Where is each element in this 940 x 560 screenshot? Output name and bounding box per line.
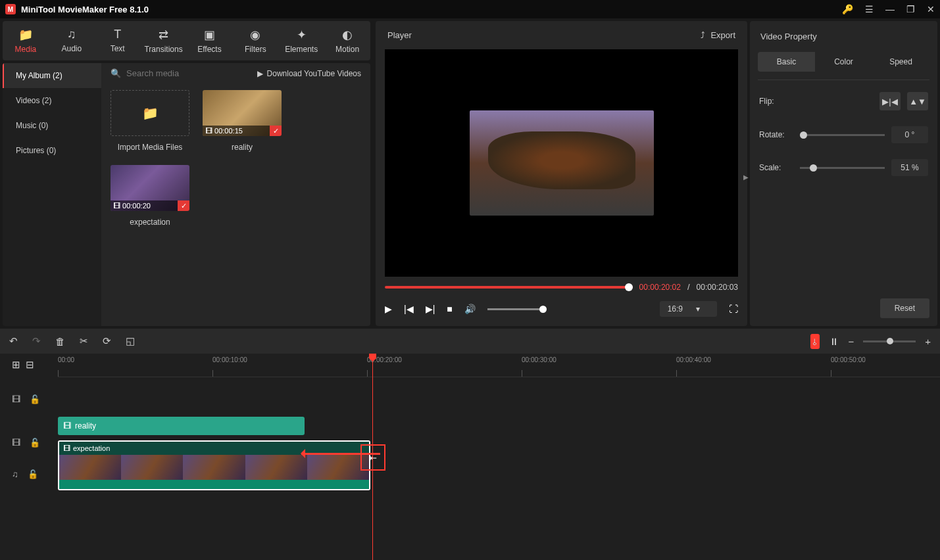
tab-media[interactable]: 📁Media: [3, 24, 49, 58]
tab-audio[interactable]: ♫Audio: [49, 24, 95, 58]
split-button[interactable]: ✂: [80, 335, 88, 347]
music-icon: ♫: [12, 469, 18, 479]
media-sidebar: My Album (2) Videos (2) Music (0) Pictur…: [3, 63, 101, 326]
folder-icon: 📁: [142, 105, 159, 121]
chevron-down-icon: ▾: [696, 304, 700, 314]
app-title: MiniTool MovieMaker Free 8.1.0: [21, 5, 842, 14]
titlebar: M MiniTool MovieMaker Free 8.1.0 🔑 ☰ — ❐…: [0, 0, 940, 18]
video-track-1-header: 🎞 🔓: [0, 377, 58, 421]
tab-text[interactable]: TText: [95, 24, 141, 58]
volume-slider[interactable]: [487, 308, 547, 310]
snap-button[interactable]: ⫰: [810, 334, 820, 349]
flip-vertical-button[interactable]: ▲▼: [907, 92, 928, 110]
lock-icon[interactable]: 🔓: [30, 394, 40, 404]
property-panel: ▶ Video Property Basic Color Speed Flip:…: [750, 21, 937, 326]
time-current: 00:00:20:02: [639, 283, 681, 292]
trim-handle[interactable]: ⇤: [360, 444, 385, 471]
import-media-button[interactable]: 📁 Import Media Files: [111, 90, 189, 152]
prev-frame-button[interactable]: |◀: [404, 304, 414, 314]
prop-tab-basic[interactable]: Basic: [758, 52, 815, 72]
lock-icon[interactable]: 🔓: [30, 438, 40, 448]
export-button[interactable]: ⤴ Export: [701, 30, 735, 40]
lock-icon[interactable]: 🔓: [28, 469, 38, 479]
tab-elements[interactable]: ✦Elements: [278, 24, 324, 58]
youtube-icon: ▶: [257, 69, 263, 78]
video-track-2-header: 🎞 🔓: [0, 421, 58, 464]
app-icon: M: [5, 4, 16, 14]
flip-horizontal-button[interactable]: ▶|◀: [879, 92, 901, 110]
tab-transitions[interactable]: ⇄Transitions: [141, 24, 187, 58]
timeline-ruler[interactable]: ⊞ ⊟ 00:00 00:00:10:00 00:00:20:00 00:00:…: [0, 354, 940, 377]
film-icon: 🎞: [113, 202, 120, 210]
audio-track-header: ♫ 🔓: [0, 464, 58, 484]
playhead[interactable]: [372, 354, 373, 560]
search-input[interactable]: [126, 68, 252, 78]
menu-icon[interactable]: ☰: [865, 4, 874, 14]
prop-tab-color[interactable]: Color: [815, 52, 872, 72]
export-icon: ⤴: [701, 30, 705, 40]
search-icon: 🔍: [111, 68, 121, 78]
film-icon: 🎞: [205, 127, 212, 135]
preview-frame: [470, 110, 654, 216]
player-panel: Player ⤴ Export 00:00:20:02 / 00:00:20:0…: [376, 21, 747, 326]
seek-bar[interactable]: [385, 286, 633, 289]
download-youtube-link[interactable]: ▶ Download YouTube Videos: [257, 69, 361, 78]
scale-slider[interactable]: [800, 167, 885, 169]
film-icon: 🎞: [63, 421, 71, 431]
sidebar-pictures[interactable]: Pictures (0): [3, 138, 101, 163]
add-track-button[interactable]: ⊞: [12, 359, 20, 371]
property-title: Video Property: [750, 21, 937, 48]
crop-button[interactable]: ◱: [126, 335, 135, 347]
speed-button[interactable]: ⟳: [103, 335, 111, 347]
film-icon: 🎞: [12, 394, 20, 404]
reset-button[interactable]: Reset: [880, 298, 929, 318]
check-icon: ✓: [178, 200, 189, 211]
undo-button[interactable]: ↶: [9, 335, 18, 347]
time-total: 00:00:20:03: [697, 283, 738, 292]
flip-label: Flip:: [759, 97, 793, 106]
rotate-label: Rotate:: [759, 130, 793, 139]
tab-effects[interactable]: ▣Effects: [187, 24, 233, 58]
minimize-icon[interactable]: —: [885, 4, 895, 14]
preview-area[interactable]: [385, 49, 738, 277]
rotate-slider[interactable]: [800, 134, 885, 136]
fullscreen-button[interactable]: ⛶: [729, 304, 738, 314]
sidebar-music[interactable]: Music (0): [3, 113, 101, 138]
next-frame-button[interactable]: ▶|: [426, 304, 435, 314]
delete-button[interactable]: 🗑: [55, 336, 65, 347]
stop-button[interactable]: ■: [447, 304, 452, 314]
close-icon[interactable]: ✕: [927, 4, 935, 14]
film-icon: 🎞: [63, 444, 70, 452]
tab-motion[interactable]: ◐Motion: [324, 24, 370, 58]
sidebar-videos[interactable]: Videos (2): [3, 88, 101, 113]
play-button[interactable]: ▶: [385, 304, 392, 314]
media-clip-reality[interactable]: 🎞 00:00:15✓ reality: [203, 90, 282, 152]
track-manager-button[interactable]: ⊟: [26, 359, 34, 371]
media-clip-expectation[interactable]: 🎞 00:00:20✓ expectation: [111, 165, 189, 227]
marker-button[interactable]: ⏸: [829, 336, 839, 347]
key-icon[interactable]: 🔑: [842, 4, 853, 14]
player-title: Player: [387, 30, 412, 40]
scale-label: Scale:: [759, 163, 793, 172]
panel-collapse-icon[interactable]: ▶: [743, 174, 749, 181]
redo-button[interactable]: ↷: [32, 335, 41, 347]
timeline-clip-reality[interactable]: 🎞 reality: [58, 417, 305, 435]
film-icon: 🎞: [12, 438, 20, 448]
zoom-in-button[interactable]: +: [925, 336, 931, 347]
aspect-select[interactable]: 16:9▾: [660, 301, 717, 317]
tab-filters[interactable]: ◉Filters: [232, 24, 278, 58]
main-toolbar: 📁Media ♫Audio TText ⇄Transitions ▣Effect…: [3, 21, 370, 60]
timeline-toolbar: ↶ ↷ 🗑 ✂ ⟳ ◱ ⫰ ⏸ − +: [0, 329, 940, 354]
volume-icon[interactable]: 🔊: [464, 304, 476, 314]
sidebar-myalbum[interactable]: My Album (2): [3, 63, 101, 88]
zoom-slider[interactable]: [863, 340, 916, 342]
maximize-icon[interactable]: ❐: [906, 4, 915, 14]
timeline-clip-expectation[interactable]: 🎞expectation: [58, 440, 370, 490]
timeline: ⊞ ⊟ 00:00 00:00:10:00 00:00:20:00 00:00:…: [0, 354, 940, 560]
prop-tab-speed[interactable]: Speed: [872, 52, 929, 72]
rotate-value[interactable]: 0 °: [891, 126, 928, 143]
check-icon: ✓: [270, 126, 282, 136]
zoom-out-button[interactable]: −: [848, 336, 854, 347]
scale-value[interactable]: 51 %: [891, 159, 928, 176]
